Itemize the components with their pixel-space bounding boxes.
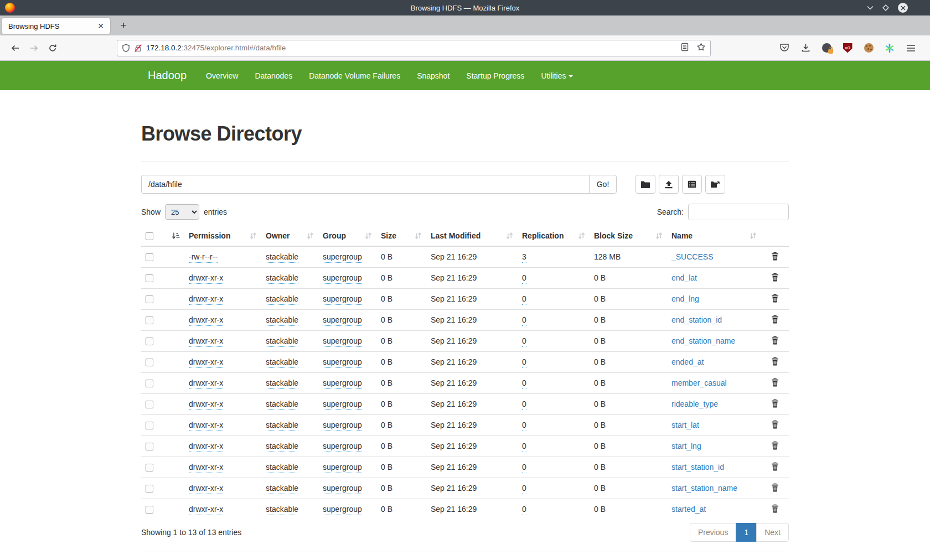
page-1-button[interactable]: 1 [736,523,757,542]
delete-button[interactable] [771,380,779,388]
ublock-extension-icon[interactable]: uO [841,42,854,54]
replication-value[interactable]: 0 [522,505,526,515]
tracking-shield-icon[interactable] [122,44,130,53]
row-checkbox[interactable] [146,443,153,450]
create-directory-button[interactable] [636,175,655,194]
replication-value[interactable]: 0 [522,294,526,305]
reload-button[interactable] [43,39,62,57]
delete-button[interactable] [771,295,779,304]
delete-button[interactable] [771,422,779,431]
new-tab-button[interactable]: + [116,18,131,33]
group-value[interactable]: supergroup [323,315,362,326]
delete-button[interactable] [771,506,779,515]
file-link[interactable]: start_lat [671,421,699,429]
delete-button[interactable] [771,253,779,262]
permission-value[interactable]: drwxr-xr-x [189,294,223,305]
row-checkbox[interactable] [146,253,153,261]
close-tab-icon[interactable]: ✕ [95,20,107,32]
delete-button[interactable] [771,464,779,473]
owner-value[interactable]: stackable [266,400,298,410]
nav-item-overview[interactable]: Overview [198,71,246,80]
owner-value[interactable]: stackable [266,442,298,452]
minimize-button[interactable] [867,6,874,10]
nav-item-datanode-volume-failures[interactable]: Datanode Volume Failures [301,71,409,80]
group-value[interactable]: supergroup [323,252,362,263]
hadoop-brand[interactable]: Hadoop [148,69,187,82]
file-link[interactable]: end_station_name [671,336,735,345]
row-checkbox[interactable] [146,359,153,366]
permission-value[interactable]: drwxr-xr-x [189,442,223,452]
next-page-button[interactable]: Next [756,523,789,542]
forward-button[interactable] [24,39,43,57]
group-value[interactable]: supergroup [323,294,362,305]
page-size-select[interactable]: 25 [165,204,199,220]
column-header-name[interactable]: Name [667,227,761,246]
replication-value[interactable]: 0 [522,315,526,326]
file-link[interactable]: start_station_id [671,463,724,471]
group-value[interactable]: supergroup [323,421,362,431]
permission-value[interactable]: -rw-r--r-- [189,252,218,263]
bookmark-star-icon[interactable] [696,43,706,54]
replication-value[interactable]: 0 [522,273,526,284]
delete-button[interactable] [771,443,779,452]
owner-value[interactable]: stackable [266,294,298,305]
nav-item-datanodes[interactable]: Datanodes [246,71,301,80]
permission-value[interactable]: drwxr-xr-x [189,484,223,494]
select-all-checkbox[interactable] [146,232,153,240]
select-all-column-header[interactable] [141,227,184,246]
url-bar[interactable]: 172.18.0.2:32475/explorer.html#/data/hfi… [117,40,711,56]
owner-value[interactable]: stackable [266,378,298,389]
file-link[interactable]: start_station_name [671,484,737,492]
row-checkbox[interactable] [146,338,153,345]
menu-hamburger-icon[interactable] [905,42,917,54]
replication-value[interactable]: 0 [522,463,526,473]
file-link[interactable]: started_at [671,505,706,514]
permission-value[interactable]: drwxr-xr-x [189,505,223,515]
group-value[interactable]: supergroup [323,357,362,368]
set-quota-button[interactable] [682,175,702,194]
file-link[interactable]: start_lng [671,442,701,450]
nav-item-utilities[interactable]: Utilities [533,71,581,80]
tab-browsing-hdfs[interactable]: Browsing HDFS ✕ [2,18,110,34]
column-header-group[interactable]: Group [318,227,376,246]
file-link[interactable]: rideable_type [671,400,718,408]
owner-value[interactable]: stackable [266,273,298,284]
permission-value[interactable]: drwxr-xr-x [189,315,223,326]
file-link[interactable]: end_lat [671,273,697,282]
column-header-owner[interactable]: Owner [261,227,318,246]
row-checkbox[interactable] [146,380,153,387]
group-value[interactable]: supergroup [323,484,362,494]
column-header-permission[interactable]: Permission [184,227,261,246]
replication-value[interactable]: 0 [522,442,526,452]
cookie-extension-icon[interactable] [862,42,875,54]
search-input[interactable] [688,204,789,220]
close-button[interactable] [898,3,908,13]
move-selected-button[interactable] [705,175,725,194]
file-link[interactable]: end_station_id [671,315,722,324]
replication-value[interactable]: 0 [522,421,526,431]
group-value[interactable]: supergroup [323,505,362,515]
noscript-extension-icon[interactable] [820,42,833,54]
delete-button[interactable] [771,338,779,346]
column-header-block-size[interactable]: Block Size [590,227,667,246]
back-button[interactable] [6,39,24,57]
permission-value[interactable]: drwxr-xr-x [189,336,223,347]
row-checkbox[interactable] [146,317,153,324]
permission-value[interactable]: drwxr-xr-x [189,463,223,473]
group-value[interactable]: supergroup [323,273,362,284]
group-value[interactable]: supergroup [323,463,362,473]
owner-value[interactable]: stackable [266,315,298,326]
group-value[interactable]: supergroup [323,400,362,410]
reader-mode-icon[interactable] [681,43,689,54]
pocket-icon[interactable] [778,42,790,54]
replication-value[interactable]: 0 [522,378,526,389]
group-value[interactable]: supergroup [323,336,362,347]
file-link[interactable]: member_casual [671,378,727,387]
row-checkbox[interactable] [146,506,153,514]
owner-value[interactable]: stackable [266,463,298,473]
row-checkbox[interactable] [146,422,153,429]
replication-value[interactable]: 0 [522,336,526,347]
colorful-asterisk-extension-icon[interactable] [884,42,896,54]
previous-page-button[interactable]: Previous [690,523,736,542]
owner-value[interactable]: stackable [266,505,298,515]
